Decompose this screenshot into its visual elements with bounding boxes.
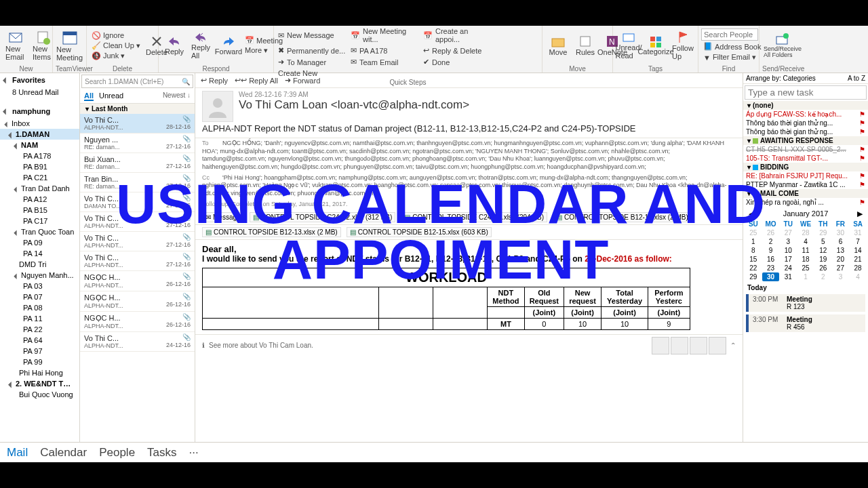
favorites-header[interactable]: Favorites	[0, 73, 79, 87]
quick-step-item[interactable]: ✉PA A178	[349, 45, 420, 56]
message-list-item[interactable]: NGỌC H...ALPHA-NDT...26-12-16📎	[80, 312, 195, 332]
nav-calendar[interactable]: Calendar	[40, 446, 87, 460]
people-pane-info[interactable]: See more about Vo Thi Cam Loan.	[209, 342, 313, 349]
folder-trandatdanh[interactable]: Tran Dat Danh	[0, 183, 79, 194]
nav-mail[interactable]: Mail	[7, 446, 28, 460]
task-item[interactable]: PTTEP Myanmar - Zawtika 1C ...⚑	[743, 180, 868, 189]
task-item[interactable]: 105-TS: Transmittal TGT-...⚑	[743, 154, 868, 163]
flag-icon[interactable]: ⚑	[859, 199, 865, 206]
forward-link[interactable]: ➜Forward	[285, 76, 320, 85]
folder-nguyenmanh[interactable]: Nguyen Manh...	[0, 270, 79, 281]
folder-item[interactable]: PA B15	[0, 205, 79, 216]
arrange-by[interactable]: Arrange by: Categories	[746, 75, 816, 82]
new-meeting-button[interactable]: New Meeting	[56, 28, 83, 63]
quick-step-item[interactable]: ✉New Message	[277, 30, 348, 41]
cal-next-button[interactable]: ▶	[857, 209, 863, 218]
folder-item[interactable]: PA 99	[0, 357, 79, 367]
flag-icon[interactable]: ⚑	[859, 181, 865, 188]
new-email-button[interactable]: New Email	[3, 28, 28, 62]
quick-step-item[interactable]: ✔Done	[422, 57, 493, 67]
reply-all-button[interactable]: Reply All	[189, 30, 214, 61]
folder-item[interactable]: PA 11	[0, 313, 79, 324]
reply-button[interactable]: Reply	[161, 34, 187, 57]
junk-button[interactable]: 🚯Junk ▾	[90, 51, 142, 61]
expand-icon[interactable]: ⌃	[730, 342, 736, 349]
folder-item[interactable]: PA 97	[0, 346, 79, 357]
quick-step-item[interactable]: ➜To Manager	[277, 57, 348, 67]
folder-1daman[interactable]: 1.DAMAN	[0, 129, 79, 140]
search-folder-input[interactable]: Search 1.DAMAN (Ctrl+E)🔍	[81, 75, 193, 88]
folder-item[interactable]: PA C21	[0, 172, 79, 183]
folder-dmdtri[interactable]: DMD Tri	[0, 259, 79, 270]
ignore-button[interactable]: 🚫Ignore	[90, 30, 142, 41]
folder-buiquocvuong[interactable]: Bui Quoc Vuong	[0, 389, 79, 400]
cal-prev-button[interactable]: ◀	[749, 209, 754, 218]
address-book-button[interactable]: 📘Address Book	[701, 41, 763, 52]
nav-tasks[interactable]: Tasks	[147, 446, 176, 460]
message-list-item[interactable]: Vo Thi C...ALPHA-NDT...27-12-16📎	[80, 212, 195, 232]
folder-wendt[interactable]: 2. WE&NDT TEAM	[0, 378, 79, 389]
nav-people[interactable]: People	[99, 446, 135, 460]
quick-step-item[interactable]: ✖Permanently de...	[277, 45, 348, 56]
categorize-button[interactable]: Categorize	[643, 34, 669, 57]
attachment-item[interactable]: ▤CONTROL TOPSIDE B12-15.xlsx (603 KB)	[347, 227, 492, 237]
task-item[interactable]: Thông báo thời gian thử ng...⚑	[743, 119, 868, 127]
inbox-folder[interactable]: Inbox	[0, 118, 79, 129]
sort-dropdown[interactable]: Newest ↓	[163, 92, 191, 101]
folder-item[interactable]: PA 03	[0, 281, 79, 291]
task-item[interactable]: RE: [Bahrain FSJRU PJT] Requ...⚑	[743, 171, 868, 180]
folder-item[interactable]: PA A12	[0, 194, 79, 205]
unread-mail-folder[interactable]: 8 Unread Mail	[0, 87, 79, 98]
attachment-item[interactable]: ▤CONTROL TOPSIDE B12-13.xlsx (2 MB)	[202, 227, 341, 237]
cleanup-button[interactable]: 🧹Clean Up ▾	[90, 41, 142, 51]
folder-tranquoctoan[interactable]: Tran Quoc Toan	[0, 226, 79, 237]
unread-read-button[interactable]: Unread/ Read	[616, 30, 642, 61]
task-group-bidding[interactable]: BIDDING	[760, 163, 789, 171]
flag-icon[interactable]: ⚑	[859, 128, 865, 136]
send-receive-button[interactable]: Send/Receive All Folders	[762, 31, 803, 60]
sort-order[interactable]: A to Z	[848, 75, 865, 82]
task-item[interactable]: Áp dụng FCAW-SS: kế hoạch...⚑	[743, 110, 868, 119]
appointment-item[interactable]: 3:30 PMMeetingR 456	[746, 314, 865, 332]
people-thumbnails[interactable]	[652, 337, 726, 354]
folder-item[interactable]: PA 22	[0, 324, 79, 335]
quick-step-item[interactable]: 📅Create an appoi...	[422, 26, 493, 44]
attachment-item[interactable]: ▤CONTROL TOPSIDE C24-P2.xlsx (312 KB)	[250, 212, 396, 222]
search-people-input[interactable]	[701, 28, 758, 41]
folder-item[interactable]: PA 14	[0, 248, 79, 259]
move-button[interactable]: Move	[545, 33, 571, 58]
message-list-item[interactable]: NGỌC H...ALPHA-NDT...26-12-16📎	[80, 291, 195, 312]
folder-item[interactable]: PA B91	[0, 161, 79, 172]
forward-button[interactable]: Forward	[216, 34, 241, 57]
message-list-item[interactable]: Bui Xuan...RE: daman...27-12-16📎	[80, 153, 195, 173]
folder-item[interactable]: PA A178	[0, 150, 79, 161]
quick-step-item[interactable]: 📅New Meeting wit...	[349, 26, 420, 44]
nav-more[interactable]: ···	[189, 446, 199, 460]
folder-item[interactable]: PA 09	[0, 237, 79, 248]
task-item[interactable]: CT-H5-GEN-L-XXX-SP-0005_2...⚑	[743, 145, 868, 154]
folder-item[interactable]: PA C17	[0, 216, 79, 226]
task-group-awaiting[interactable]: AWAITING RESPONSE	[760, 137, 833, 144]
reply-link[interactable]: ↩Reply	[201, 76, 228, 85]
task-item[interactable]: Xin phép ra ngoài, nghỉ ...⚑	[743, 198, 868, 207]
quick-steps-gallery[interactable]: ✉New Message 📅New Meeting wit... 📅Create…	[277, 26, 539, 78]
flag-icon[interactable]: ⚑	[859, 110, 865, 118]
cal-month-label[interactable]: January 2017	[783, 209, 829, 218]
message-list-item[interactable]: Vo Thi C...ALPHA-NDT...27-12-16📎	[80, 232, 195, 251]
task-item[interactable]: Thông báo thời gian thử ng...⚑	[743, 127, 868, 136]
quick-step-item[interactable]: ↩Reply & Delete	[422, 45, 493, 56]
flag-icon[interactable]: ⚑	[859, 172, 865, 180]
folder-item[interactable]: PA 64	[0, 335, 79, 346]
flag-icon[interactable]: ⚑	[859, 119, 865, 127]
message-list-item[interactable]: Vo Thi C...ALPHA-NDT...27-12-16📎	[80, 251, 195, 271]
filter-email-button[interactable]: ▼Filter Email ▾	[701, 52, 763, 62]
date-navigator[interactable]: SUMOTUWETHFRSA25262728293031123456789101…	[745, 220, 867, 281]
task-group-none[interactable]: (none)	[753, 102, 774, 109]
message-list-item[interactable]: Nguyen ...RE: daman...27-12-16📎	[80, 134, 195, 153]
flag-icon[interactable]: ⚑	[859, 155, 865, 162]
followup-button[interactable]: Follow Up	[670, 29, 696, 62]
message-list-item[interactable]: Vo Thi C...DAMAN TO...27-12-16📎	[80, 192, 195, 212]
folder-phihaihong[interactable]: Phi Hai Hong	[0, 367, 79, 378]
task-group-mailcome[interactable]: MAIL COME	[760, 190, 799, 197]
new-items-button[interactable]: New Items	[30, 28, 56, 62]
